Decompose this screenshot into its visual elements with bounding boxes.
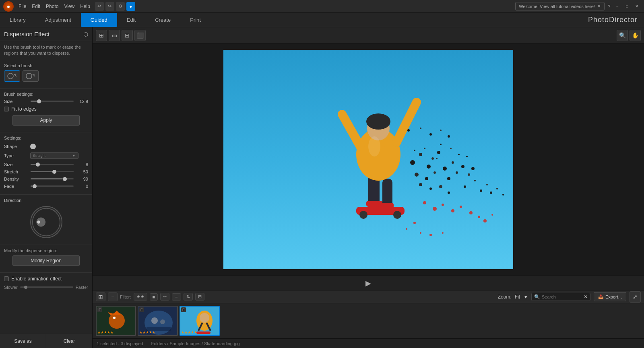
multi-view-btn[interactable]: ⊟ xyxy=(122,30,133,41)
brush-add-btn[interactable]: + xyxy=(4,70,20,82)
brush-size-track[interactable] xyxy=(31,101,74,102)
svg-text:−: − xyxy=(33,73,35,76)
svg-point-19 xyxy=(366,113,390,130)
svg-point-3 xyxy=(26,73,32,79)
brush-size-thumb[interactable] xyxy=(37,99,41,103)
filter-label: Filter: xyxy=(120,294,131,299)
tab-create[interactable]: Create xyxy=(145,13,180,27)
single-view-btn[interactable]: ▭ xyxy=(109,30,120,41)
fit-edges-checkbox[interactable] xyxy=(4,107,9,111)
info-btn[interactable]: ● xyxy=(126,2,135,11)
minimize-btn[interactable]: − xyxy=(613,2,621,10)
image-frame xyxy=(223,50,513,269)
settings-section: Settings: Shape Type Straight ▼ Size 8 xyxy=(0,132,92,194)
speed-slider[interactable] xyxy=(20,286,73,288)
welcome-close-icon[interactable]: ✕ xyxy=(597,4,601,9)
filter-color-btn[interactable]: ■ xyxy=(150,293,158,301)
filter-stars-btn[interactable]: ★★ xyxy=(134,293,147,301)
dial-container xyxy=(4,206,88,238)
svg-point-51 xyxy=(442,204,444,206)
type-row: Type Straight ▼ xyxy=(4,152,88,159)
menu-help[interactable]: Help xyxy=(80,4,90,9)
fade-track[interactable] xyxy=(31,185,74,187)
stretch-thumb[interactable] xyxy=(52,170,56,174)
nav-tabs: Library Adjustment Guided Edit Create Pr… xyxy=(0,13,644,27)
maximize-btn[interactable]: □ xyxy=(623,2,631,10)
modify-region-button[interactable]: Modify Region xyxy=(12,255,80,266)
panel-export-icon[interactable]: ⬡ xyxy=(83,31,88,37)
tab-guided[interactable]: Guided xyxy=(81,13,117,27)
zoom-icon[interactable]: 🔍 xyxy=(617,30,628,41)
tab-edit[interactable]: Edit xyxy=(117,13,145,27)
tab-adjustment[interactable]: Adjustment xyxy=(35,13,81,27)
stretch-track[interactable] xyxy=(31,171,74,172)
svg-point-44 xyxy=(480,189,482,192)
search-input[interactable] xyxy=(542,294,582,299)
play-button[interactable]: ▶ xyxy=(365,279,371,288)
svg-point-50 xyxy=(433,207,437,211)
type-dropdown[interactable]: Straight ▼ xyxy=(30,152,78,159)
thumb-1-badge: F xyxy=(97,307,102,312)
apply-button[interactable]: Apply xyxy=(12,115,80,126)
svg-point-48 xyxy=(502,194,504,196)
svg-point-22 xyxy=(393,211,401,219)
filter-flag-btn[interactable]: ✏ xyxy=(160,293,169,301)
settings-size-track[interactable] xyxy=(31,164,74,165)
group-btn[interactable]: ⊟ xyxy=(195,293,204,301)
fade-thumb[interactable] xyxy=(33,184,37,188)
svg-point-23 xyxy=(410,160,415,165)
settings-btn[interactable]: ⚙ xyxy=(116,2,125,11)
redo-btn[interactable]: ↪ xyxy=(105,2,114,11)
save-as-button[interactable]: Save as xyxy=(0,334,46,348)
search-clear-icon[interactable]: ✕ xyxy=(584,294,588,300)
filmstrip-area: ⊞ ≡ Filter: ★★ ■ ✏ ··· ⇅ ⊟ Zoom: Fit ▼ 🔍 xyxy=(93,290,644,338)
animation-checkbox[interactable] xyxy=(4,276,9,281)
selected-count: 1 selected - 3 displayed xyxy=(97,341,143,346)
filmstrip-list-btn[interactable]: ≡ xyxy=(108,292,118,301)
fade-value: 0 xyxy=(76,184,88,189)
close-btn[interactable]: ✕ xyxy=(633,2,641,10)
density-fill xyxy=(31,178,63,179)
compare-view-btn[interactable]: ⬛ xyxy=(134,30,146,41)
svg-point-69 xyxy=(442,232,444,234)
canvas-image[interactable] xyxy=(223,50,513,269)
filmstrip-grid-btn[interactable]: ⊞ xyxy=(96,292,105,301)
direction-dial[interactable] xyxy=(30,206,62,238)
thumbnail-3[interactable]: ★★★★★ F xyxy=(180,306,220,336)
undo-btn[interactable]: ↩ xyxy=(95,2,104,11)
clear-button[interactable]: Clear xyxy=(46,334,92,348)
expand-filmstrip-btn[interactable]: ⤢ xyxy=(630,291,641,303)
panel-footer: Save as Clear xyxy=(0,334,92,348)
tab-print[interactable]: Print xyxy=(180,13,211,27)
zoom-dropdown-icon[interactable]: ▼ xyxy=(523,294,528,300)
menu-file[interactable]: File xyxy=(19,4,26,9)
welcome-banner[interactable]: Welcome! View all tutorial videos here! … xyxy=(515,2,605,10)
hand-tool-btn[interactable]: ✋ xyxy=(630,30,641,41)
tab-library[interactable]: Library xyxy=(0,13,35,27)
left-panel: Dispersion Effect ⬡ Use the brush tool t… xyxy=(0,27,93,348)
density-track[interactable] xyxy=(31,178,74,179)
svg-point-71 xyxy=(420,128,421,129)
svg-point-32 xyxy=(452,161,454,164)
sort-btn[interactable]: ⇅ xyxy=(184,293,193,301)
app-title: PhotoDirector xyxy=(588,16,638,24)
filter-more-btn[interactable]: ··· xyxy=(172,293,181,301)
svg-point-57 xyxy=(491,214,493,216)
grid-view-btn[interactable]: ⊞ xyxy=(96,30,107,41)
export-button[interactable]: 📤 Export... xyxy=(594,292,626,301)
density-thumb[interactable] xyxy=(63,177,67,181)
thumbnail-2[interactable]: ★★★★★ F xyxy=(138,306,178,336)
file-path: Folders / Sample Images / Skateboarding.… xyxy=(151,341,240,346)
menu-view[interactable]: View xyxy=(64,4,74,9)
shape-circle-icon xyxy=(30,144,36,149)
speed-thumb[interactable] xyxy=(24,286,27,289)
menu-photo[interactable]: Photo xyxy=(46,4,58,9)
svg-point-54 xyxy=(469,211,473,214)
thumb-3-badge: F xyxy=(181,307,186,312)
help-icon[interactable]: ? xyxy=(608,4,610,9)
brush-settings-section: Brush settings: Size 12.9 Fit to edges A… xyxy=(0,88,92,132)
menu-edit[interactable]: Edit xyxy=(32,4,40,9)
brush-erase-btn[interactable]: − xyxy=(23,70,39,82)
thumbnail-1[interactable]: ★★★★★ F xyxy=(96,306,136,336)
settings-size-thumb[interactable] xyxy=(36,163,40,167)
